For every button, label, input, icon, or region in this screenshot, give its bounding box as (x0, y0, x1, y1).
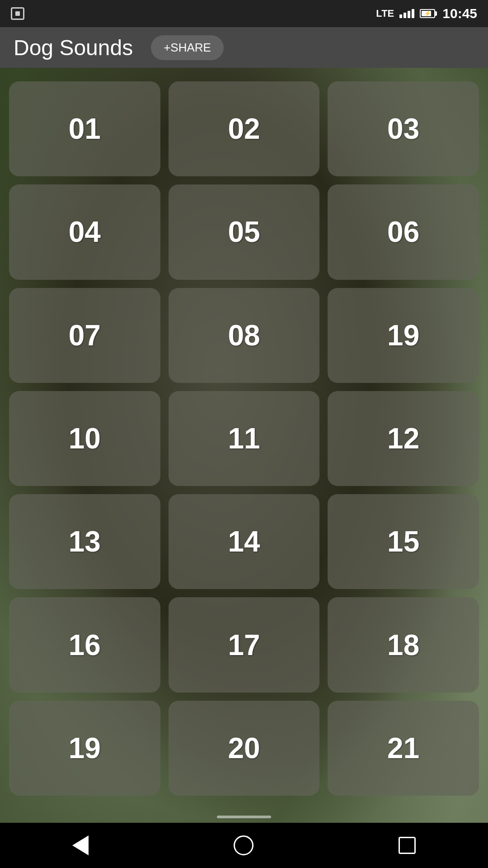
share-button[interactable]: +SHARE (151, 35, 224, 60)
sound-button-02[interactable]: 02 (169, 81, 320, 176)
sound-button-08[interactable]: 08 (169, 288, 320, 383)
lte-indicator: LTE (376, 8, 394, 19)
sound-button-17[interactable]: 17 (169, 597, 320, 692)
sound-button-13[interactable]: 13 (9, 494, 160, 589)
recents-icon (399, 837, 416, 854)
scroll-indicator (217, 816, 271, 818)
sound-button-03[interactable]: 03 (328, 81, 479, 176)
status-time: 10:45 (442, 6, 477, 21)
sim-icon (11, 7, 24, 20)
sound-button-18[interactable]: 18 (328, 597, 479, 692)
sound-button-10[interactable]: 10 (9, 391, 160, 486)
battery-bolt: ⚡ (424, 10, 431, 17)
sound-button-11[interactable]: 11 (169, 391, 320, 486)
nav-home-button[interactable] (234, 835, 253, 855)
app-header: Dog Sounds +SHARE (0, 27, 488, 68)
sound-button-01[interactable]: 01 (9, 81, 160, 176)
sound-button-21[interactable]: 21 (328, 701, 479, 796)
nav-recents-button[interactable] (399, 837, 416, 854)
status-left (11, 7, 24, 20)
status-bar: LTE ⚡ 10:45 (0, 0, 488, 27)
sound-button-19[interactable]: 19 (328, 288, 479, 383)
main-content: 0102030405060708191011121314151617181920… (0, 68, 488, 823)
signal-bars (399, 9, 414, 18)
sound-button-19[interactable]: 19 (9, 701, 160, 796)
sound-button-07[interactable]: 07 (9, 288, 160, 383)
status-right: LTE ⚡ 10:45 (376, 6, 477, 21)
home-icon (234, 835, 253, 855)
battery-icon: ⚡ (420, 9, 437, 18)
sound-button-05[interactable]: 05 (169, 184, 320, 279)
sound-button-04[interactable]: 04 (9, 184, 160, 279)
sound-button-14[interactable]: 14 (169, 494, 320, 589)
battery-body: ⚡ (420, 9, 435, 18)
sound-button-12[interactable]: 12 (328, 391, 479, 486)
sound-button-16[interactable]: 16 (9, 597, 160, 692)
sounds-grid: 0102030405060708191011121314151617181920… (0, 72, 488, 805)
battery-tip (435, 11, 437, 16)
sound-button-20[interactable]: 20 (169, 701, 320, 796)
sound-button-06[interactable]: 06 (328, 184, 479, 279)
app-title: Dog Sounds (14, 35, 133, 60)
sound-button-15[interactable]: 15 (328, 494, 479, 589)
nav-bar (0, 823, 488, 868)
back-icon (72, 835, 89, 855)
nav-back-button[interactable] (72, 835, 89, 855)
